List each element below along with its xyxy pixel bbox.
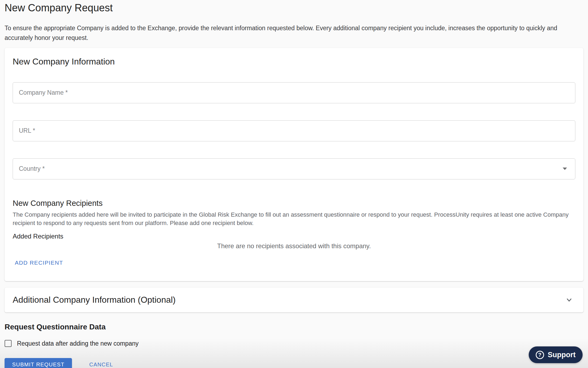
new-company-request-page: New Company Request To ensure the approp… <box>0 2 588 368</box>
url-input[interactable] <box>13 120 575 141</box>
country-select[interactable]: Country * <box>13 158 575 179</box>
questionnaire-heading: Request Questionnaire Data <box>5 323 583 331</box>
empty-recipients-message: There are no recipients associated with … <box>13 242 575 250</box>
dropdown-arrow-icon[interactable] <box>563 168 567 170</box>
support-button-label: Support <box>548 351 576 359</box>
new-company-information-card: New Company Information Country * New Co… <box>5 48 583 281</box>
recipients-description: The Company recipients added here will b… <box>13 210 575 227</box>
company-name-input[interactable] <box>13 82 575 103</box>
request-data-checkbox-row: Request data after adding the new compan… <box>5 340 583 347</box>
accordion-heading: Additional Company Information (Optional… <box>13 295 176 305</box>
help-icon: ? <box>536 351 544 359</box>
cancel-button[interactable]: CANCEL <box>88 361 115 368</box>
country-select-label: Country * <box>19 165 45 172</box>
support-button[interactable]: ? Support <box>529 346 583 363</box>
company-info-heading: New Company Information <box>13 57 575 67</box>
page-description: To ensure the appropriate Company is add… <box>5 23 583 43</box>
chevron-down-icon[interactable] <box>565 295 574 305</box>
form-actions: SUBMIT REQUEST CANCEL <box>5 358 583 368</box>
request-data-checkbox-label[interactable]: Request data after adding the new compan… <box>17 340 139 347</box>
recipients-heading: New Company Recipients <box>13 199 575 208</box>
add-recipient-button[interactable]: ADD RECIPIENT <box>13 257 65 268</box>
added-recipients-label: Added Recipients <box>13 233 575 240</box>
request-data-checkbox[interactable] <box>5 340 12 347</box>
page-title: New Company Request <box>5 2 583 15</box>
submit-request-button[interactable]: SUBMIT REQUEST <box>5 358 72 368</box>
additional-info-accordion[interactable]: Additional Company Information (Optional… <box>5 288 583 312</box>
